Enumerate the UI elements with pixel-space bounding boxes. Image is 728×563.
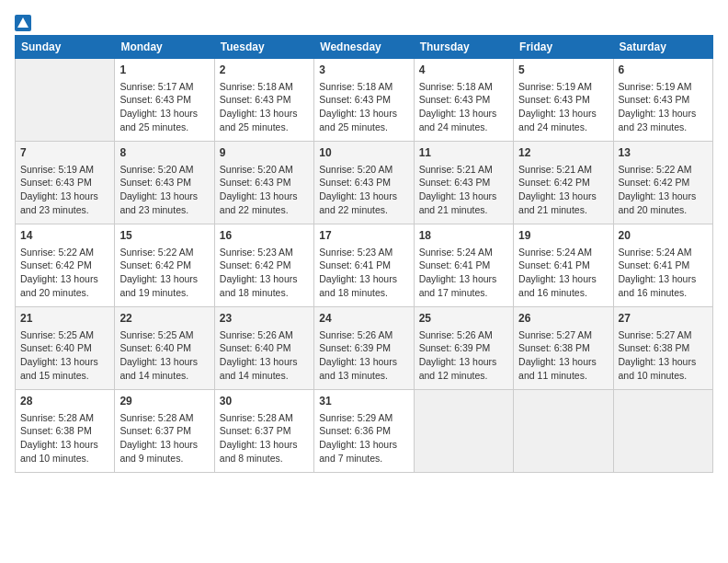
day-number: 21 [20,311,109,327]
day-info: Sunrise: 5:23 AMSunset: 6:41 PMDaylight:… [319,246,408,300]
calendar-cell: 21Sunrise: 5:25 AMSunset: 6:40 PMDayligh… [16,307,115,390]
day-number: 18 [419,228,508,244]
day-number: 16 [220,228,309,244]
day-number: 14 [20,228,109,244]
day-info: Sunrise: 5:20 AMSunset: 6:43 PMDaylight:… [319,163,408,217]
day-info: Sunrise: 5:27 AMSunset: 6:38 PMDaylight:… [518,328,608,383]
calendar-week-row: 14Sunrise: 5:22 AMSunset: 6:42 PMDayligh… [16,224,713,307]
weekday-header: Friday [514,36,613,59]
day-info: Sunrise: 5:28 AMSunset: 6:37 PMDaylight:… [119,411,209,465]
day-number: 10 [319,145,408,161]
day-number: 6 [619,63,708,78]
day-number: 4 [419,63,508,78]
calendar-cell [613,390,712,473]
calendar-cell: 4Sunrise: 5:18 AMSunset: 6:43 PMDaylight… [414,59,513,142]
calendar-cell [414,390,513,473]
day-info: Sunrise: 5:23 AMSunset: 6:42 PMDaylight:… [220,246,309,300]
day-info: Sunrise: 5:25 AMSunset: 6:40 PMDaylight:… [119,328,209,383]
calendar-cell: 14Sunrise: 5:22 AMSunset: 6:42 PMDayligh… [16,224,115,307]
day-info: Sunrise: 5:19 AMSunset: 6:43 PMDaylight:… [619,80,708,134]
calendar-cell: 10Sunrise: 5:20 AMSunset: 6:43 PMDayligh… [314,142,414,224]
weekday-header: Sunday [16,36,115,59]
calendar-cell: 3Sunrise: 5:18 AMSunset: 6:43 PMDaylight… [314,59,414,142]
day-number: 31 [319,394,408,409]
day-info: Sunrise: 5:19 AMSunset: 6:43 PMDaylight:… [518,80,608,134]
calendar-cell: 9Sunrise: 5:20 AMSunset: 6:43 PMDaylight… [214,142,313,224]
day-info: Sunrise: 5:26 AMSunset: 6:39 PMDaylight:… [319,328,408,383]
day-number: 22 [119,311,209,327]
calendar-cell: 19Sunrise: 5:24 AMSunset: 6:41 PMDayligh… [514,224,613,307]
calendar-cell: 13Sunrise: 5:22 AMSunset: 6:42 PMDayligh… [613,142,712,224]
day-number: 8 [119,145,209,161]
calendar-cell: 17Sunrise: 5:23 AMSunset: 6:41 PMDayligh… [314,224,414,307]
day-info: Sunrise: 5:22 AMSunset: 6:42 PMDaylight:… [619,163,708,217]
day-number: 13 [619,145,708,161]
day-number: 19 [518,228,608,244]
day-info: Sunrise: 5:26 AMSunset: 6:39 PMDaylight:… [419,328,508,383]
day-number: 3 [319,63,408,78]
calendar-cell: 18Sunrise: 5:24 AMSunset: 6:41 PMDayligh… [414,224,513,307]
day-number: 11 [419,145,508,161]
day-info: Sunrise: 5:22 AMSunset: 6:42 PMDaylight:… [119,246,209,300]
day-number: 12 [518,145,608,161]
calendar-week-row: 28Sunrise: 5:28 AMSunset: 6:38 PMDayligh… [16,390,713,473]
day-info: Sunrise: 5:24 AMSunset: 6:41 PMDaylight:… [619,246,708,300]
calendar-week-row: 21Sunrise: 5:25 AMSunset: 6:40 PMDayligh… [16,307,713,390]
day-number: 20 [619,228,708,244]
day-info: Sunrise: 5:20 AMSunset: 6:43 PMDaylight:… [220,163,309,217]
day-info: Sunrise: 5:25 AMSunset: 6:40 PMDaylight:… [20,328,109,383]
day-number: 17 [319,228,408,244]
weekday-header: Tuesday [214,36,313,59]
calendar-cell: 20Sunrise: 5:24 AMSunset: 6:41 PMDayligh… [613,224,712,307]
day-info: Sunrise: 5:28 AMSunset: 6:38 PMDaylight:… [20,411,109,465]
calendar-cell: 5Sunrise: 5:19 AMSunset: 6:43 PMDaylight… [514,59,613,142]
logo-icon [15,15,31,31]
day-info: Sunrise: 5:28 AMSunset: 6:37 PMDaylight:… [220,411,309,465]
calendar-cell: 1Sunrise: 5:17 AMSunset: 6:43 PMDaylight… [115,59,214,142]
calendar-week-row: 1Sunrise: 5:17 AMSunset: 6:43 PMDaylight… [16,59,713,142]
day-number: 28 [20,394,109,409]
day-number: 29 [119,394,209,409]
day-number: 26 [518,311,608,327]
day-info: Sunrise: 5:21 AMSunset: 6:42 PMDaylight:… [518,163,608,217]
calendar-cell [514,390,613,473]
day-number: 23 [220,311,309,327]
day-info: Sunrise: 5:24 AMSunset: 6:41 PMDaylight:… [518,246,608,300]
logo [15,15,35,31]
day-number: 27 [619,311,708,327]
calendar-cell: 26Sunrise: 5:27 AMSunset: 6:38 PMDayligh… [514,307,613,390]
calendar-cell: 30Sunrise: 5:28 AMSunset: 6:37 PMDayligh… [214,390,313,473]
calendar-table: SundayMondayTuesdayWednesdayThursdayFrid… [15,35,713,473]
day-info: Sunrise: 5:22 AMSunset: 6:42 PMDaylight:… [20,246,109,300]
calendar-cell: 2Sunrise: 5:18 AMSunset: 6:43 PMDaylight… [214,59,313,142]
day-info: Sunrise: 5:24 AMSunset: 6:41 PMDaylight:… [419,246,508,300]
day-info: Sunrise: 5:21 AMSunset: 6:43 PMDaylight:… [419,163,508,217]
day-info: Sunrise: 5:27 AMSunset: 6:38 PMDaylight:… [619,328,708,383]
weekday-header: Thursday [414,36,513,59]
header [15,15,713,31]
calendar-cell: 25Sunrise: 5:26 AMSunset: 6:39 PMDayligh… [414,307,513,390]
day-number: 2 [220,63,309,78]
day-number: 25 [419,311,508,327]
calendar-cell: 8Sunrise: 5:20 AMSunset: 6:43 PMDaylight… [115,142,214,224]
day-info: Sunrise: 5:20 AMSunset: 6:43 PMDaylight:… [119,163,209,217]
calendar-cell: 12Sunrise: 5:21 AMSunset: 6:42 PMDayligh… [514,142,613,224]
day-number: 7 [20,145,109,161]
calendar-cell: 24Sunrise: 5:26 AMSunset: 6:39 PMDayligh… [314,307,414,390]
calendar-cell: 28Sunrise: 5:28 AMSunset: 6:38 PMDayligh… [16,390,115,473]
day-info: Sunrise: 5:18 AMSunset: 6:43 PMDaylight:… [419,80,508,134]
weekday-header: Wednesday [314,36,414,59]
day-info: Sunrise: 5:18 AMSunset: 6:43 PMDaylight:… [319,80,408,134]
calendar-header: SundayMondayTuesdayWednesdayThursdayFrid… [16,36,713,59]
calendar-cell: 15Sunrise: 5:22 AMSunset: 6:42 PMDayligh… [115,224,214,307]
day-info: Sunrise: 5:29 AMSunset: 6:36 PMDaylight:… [319,411,408,465]
day-number: 15 [119,228,209,244]
weekday-header: Monday [115,36,214,59]
calendar-cell: 22Sunrise: 5:25 AMSunset: 6:40 PMDayligh… [115,307,214,390]
calendar-cell: 16Sunrise: 5:23 AMSunset: 6:42 PMDayligh… [214,224,313,307]
day-info: Sunrise: 5:26 AMSunset: 6:40 PMDaylight:… [220,328,309,383]
day-number: 5 [518,63,608,78]
weekday-header: Saturday [613,36,712,59]
day-info: Sunrise: 5:19 AMSunset: 6:43 PMDaylight:… [20,163,109,217]
calendar-cell: 11Sunrise: 5:21 AMSunset: 6:43 PMDayligh… [414,142,513,224]
